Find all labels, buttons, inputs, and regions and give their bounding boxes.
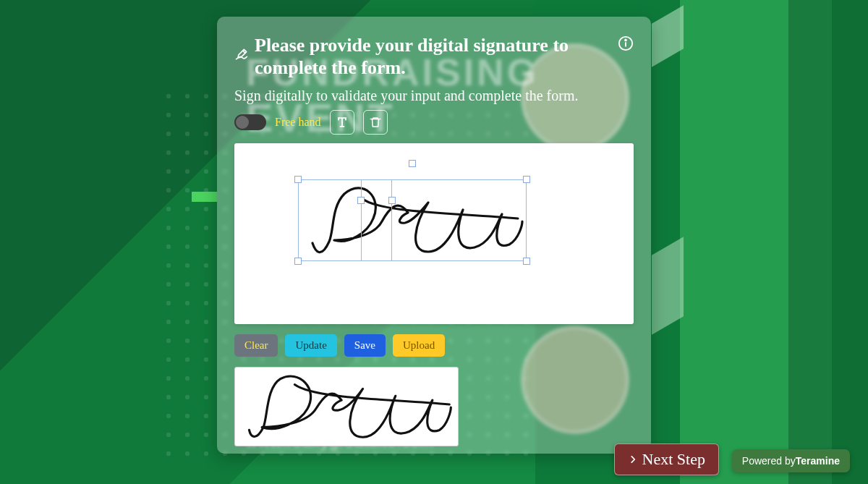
modal-title: Please provide your digital signature to… [255, 34, 606, 79]
powered-by-brand: Teramine [796, 455, 840, 467]
object-handle[interactable] [388, 197, 396, 204]
clear-button[interactable]: Clear [234, 334, 278, 357]
powered-by-prefix: Powered by [742, 455, 796, 467]
draw-icon [234, 47, 249, 61]
object-bounding-box[interactable] [361, 179, 392, 261]
update-button[interactable]: Update [285, 334, 336, 357]
svg-point-2 [625, 40, 626, 41]
chevron-right-icon [628, 454, 638, 464]
upload-button[interactable]: Upload [393, 334, 445, 357]
progress-marker [192, 192, 217, 202]
trash-button[interactable] [363, 110, 388, 135]
freehand-label: Free hand [275, 116, 321, 129]
selection-handle[interactable] [523, 176, 530, 183]
signature-toolbar: Free hand [234, 110, 634, 135]
next-step-label: Next Step [642, 450, 705, 469]
selection-handle[interactable] [523, 258, 530, 265]
save-button[interactable]: Save [344, 334, 386, 357]
modal-subtitle: Sign digitally to validate your input an… [234, 88, 634, 104]
selection-handle[interactable] [409, 160, 416, 167]
freehand-toggle[interactable] [234, 114, 266, 130]
signature-preview-stroke [235, 368, 458, 446]
signature-action-buttons: Clear Update Save Upload [234, 334, 634, 357]
selection-handle[interactable] [294, 258, 302, 265]
powered-by-badge[interactable]: Powered byTeramine [732, 449, 850, 472]
selection-handle[interactable] [294, 176, 302, 183]
text-tool-button[interactable] [330, 110, 354, 135]
info-icon[interactable] [618, 35, 634, 51]
next-step-button[interactable]: Next Step [614, 443, 719, 475]
object-handle[interactable] [357, 197, 365, 204]
selection-bounding-box[interactable] [298, 179, 527, 261]
signature-preview [234, 367, 459, 446]
signature-modal: Please provide your digital signature to… [217, 17, 651, 454]
signature-canvas[interactable] [234, 143, 634, 324]
